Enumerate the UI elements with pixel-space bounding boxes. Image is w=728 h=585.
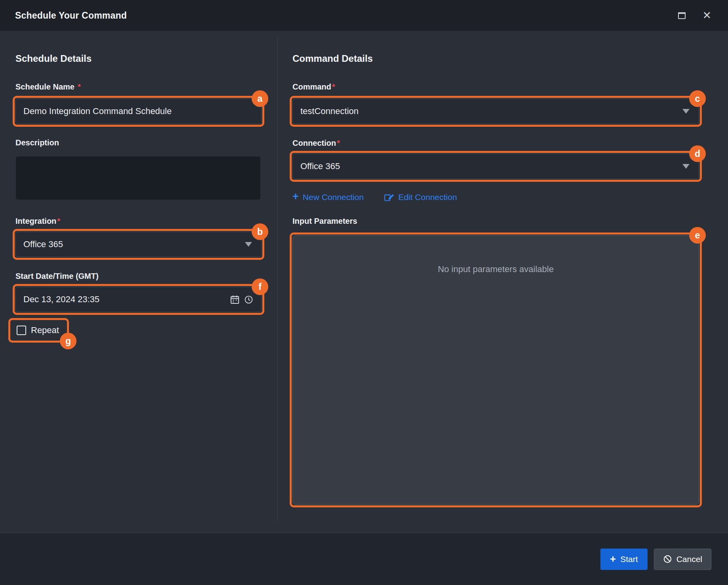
input-parameters-panel: No input parameters available [292, 235, 699, 505]
dialog-footer: + Start Cancel [0, 533, 728, 585]
plus-icon: + [292, 191, 299, 202]
integration-select[interactable]: Office 365 [15, 232, 262, 257]
connection-links-row: + New Connection Edit Connection [292, 192, 699, 202]
command-annotation: testConnection c [292, 99, 699, 124]
start-button[interactable]: + Start [600, 549, 648, 570]
command-select[interactable]: testConnection [292, 99, 699, 124]
description-input[interactable] [15, 156, 261, 200]
chevron-down-icon [682, 164, 690, 169]
dialog-body: Schedule Details Schedule Name* a Descri… [0, 31, 728, 533]
date-time-icons [229, 294, 254, 305]
start-datetime-annotation: Dec 13, 2024 23:35 f [15, 287, 262, 312]
input-parameters-label: Input Parameters [292, 217, 699, 226]
schedule-command-dialog: Schedule Your Command ✕ Schedule Details… [0, 0, 728, 585]
annotation-badge-g: g [60, 333, 76, 349]
annotation-badge-e: e [689, 227, 706, 244]
start-datetime-input[interactable]: Dec 13, 2024 23:35 [15, 287, 262, 312]
close-button[interactable]: ✕ [701, 9, 713, 23]
connection-selected-value: Office 365 [300, 161, 340, 171]
connection-select[interactable]: Office 365 [292, 154, 699, 179]
plus-icon: + [610, 554, 616, 564]
titlebar-actions: ✕ [676, 9, 713, 23]
schedule-name-label: Schedule Name* [15, 82, 262, 91]
connection-label: Connection* [292, 139, 699, 148]
dialog-titlebar: Schedule Your Command ✕ [0, 0, 728, 31]
connection-annotation: Office 365 d [292, 154, 699, 179]
new-connection-link[interactable]: + New Connection [292, 192, 364, 202]
repeat-annotation: Repeat g [8, 318, 69, 343]
required-asterisk: * [78, 82, 81, 91]
integration-annotation: Office 365 b [15, 232, 262, 257]
command-selected-value: testConnection [300, 106, 359, 116]
required-asterisk: * [332, 82, 335, 91]
edit-icon [384, 192, 394, 202]
column-divider [277, 36, 278, 522]
input-parameters-annotation: No input parameters available e [292, 235, 699, 505]
schedule-name-label-text: Schedule Name [15, 82, 75, 91]
command-label: Command* [292, 82, 699, 91]
annotation-badge-f: f [252, 278, 268, 295]
cancel-icon [663, 555, 672, 564]
required-asterisk: * [57, 217, 60, 225]
chevron-down-icon [682, 109, 690, 114]
connection-label-text: Connection [292, 139, 336, 147]
chevron-down-icon [245, 242, 252, 247]
edit-connection-label: Edit Connection [398, 192, 457, 202]
required-asterisk: * [337, 139, 340, 147]
description-label: Description [15, 138, 262, 147]
cancel-button-label: Cancel [676, 555, 702, 564]
command-label-text: Command [292, 82, 331, 91]
close-icon: ✕ [702, 10, 711, 21]
schedule-name-input[interactable] [15, 99, 262, 124]
command-details-section: Command Details Command* testConnection … [292, 31, 699, 505]
start-button-label: Start [620, 555, 638, 564]
integration-selected-value: Office 365 [23, 239, 63, 250]
edit-connection-link[interactable]: Edit Connection [384, 192, 457, 202]
dialog-title: Schedule Your Command [15, 10, 127, 21]
annotation-badge-d: d [689, 145, 706, 162]
start-datetime-value: Dec 13, 2024 23:35 [23, 294, 229, 305]
annotation-badge-c: c [689, 90, 706, 107]
annotation-badge-a: a [252, 90, 268, 107]
schedule-details-heading: Schedule Details [15, 53, 262, 64]
schedule-details-section: Schedule Details Schedule Name* a Descri… [15, 31, 262, 343]
new-connection-label: New Connection [303, 192, 364, 202]
annotation-badge-b: b [252, 223, 268, 240]
integration-label-text: Integration [15, 217, 56, 225]
command-details-heading: Command Details [292, 53, 699, 64]
clock-icon[interactable] [244, 295, 254, 305]
repeat-checkbox[interactable] [17, 326, 26, 335]
cancel-button[interactable]: Cancel [654, 549, 711, 570]
no-parameters-text: No input parameters available [293, 236, 699, 274]
maximize-icon [678, 12, 686, 19]
integration-label: Integration* [15, 217, 262, 226]
repeat-label: Repeat [31, 325, 59, 335]
start-datetime-label: Start Date/Time (GMT) [15, 272, 262, 281]
maximize-button[interactable] [676, 11, 687, 21]
schedule-name-annotation: a [15, 99, 262, 124]
calendar-icon[interactable] [229, 294, 240, 305]
